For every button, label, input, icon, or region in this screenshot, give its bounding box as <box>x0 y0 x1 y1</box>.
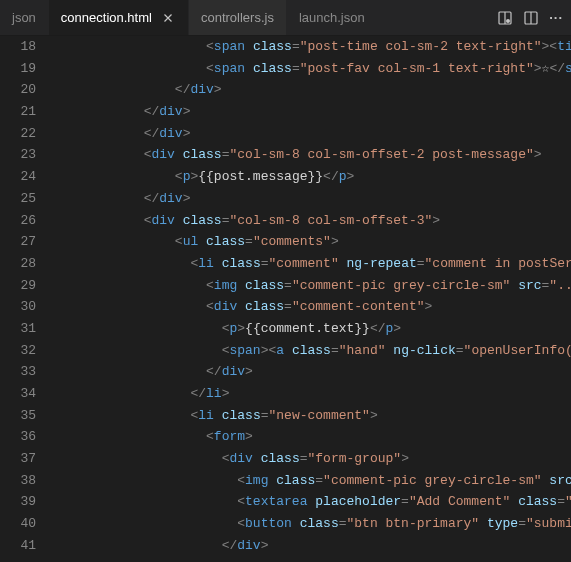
code-line[interactable]: <div class="col-sm-8 col-sm-offset-3"> <box>50 210 571 232</box>
line-number: 23 <box>0 144 36 166</box>
code-line[interactable]: <div class="col-sm-8 col-sm-offset-2 pos… <box>50 144 571 166</box>
line-number: 37 <box>0 448 36 470</box>
tab-label: launch.json <box>299 10 365 25</box>
tab-json[interactable]: json <box>0 0 49 35</box>
code-line[interactable]: <ul class="comments"> <box>50 231 571 253</box>
line-number: 24 <box>0 166 36 188</box>
line-number: 33 <box>0 361 36 383</box>
line-number: 38 <box>0 470 36 492</box>
code-editor[interactable]: 1819202122232425262728293031323334353637… <box>0 36 571 562</box>
line-number: 32 <box>0 340 36 362</box>
line-number: 39 <box>0 491 36 513</box>
editor-tabbar: json connection.html controllers.js laun… <box>0 0 571 36</box>
more-actions-icon[interactable]: ··· <box>549 10 563 25</box>
code-line[interactable]: <textarea placeholder="Add Comment" clas… <box>50 491 571 513</box>
tab-connection-html[interactable]: connection.html <box>49 0 189 35</box>
code-line[interactable]: </div> <box>50 123 571 145</box>
tab-controllers-js[interactable]: controllers.js <box>189 0 287 35</box>
line-number: 26 <box>0 210 36 232</box>
line-number: 40 <box>0 513 36 535</box>
code-line[interactable]: <span class="post-time col-sm-2 text-rig… <box>50 36 571 58</box>
line-number-gutter: 1819202122232425262728293031323334353637… <box>0 36 50 562</box>
svg-point-1 <box>506 19 510 23</box>
code-line[interactable]: <p>{{comment.text}}</p> <box>50 318 571 340</box>
line-number: 36 <box>0 426 36 448</box>
line-number: 31 <box>0 318 36 340</box>
code-line[interactable]: </div> <box>50 535 571 557</box>
line-number: 34 <box>0 383 36 405</box>
code-line[interactable]: <div class="comment-content"> <box>50 296 571 318</box>
line-number: 29 <box>0 275 36 297</box>
code-line[interactable]: </div> <box>50 188 571 210</box>
line-number: 20 <box>0 79 36 101</box>
tab-label: connection.html <box>61 10 152 25</box>
tabbar-spacer <box>378 0 489 35</box>
line-number: 35 <box>0 405 36 427</box>
tab-actions: ··· <box>489 0 571 35</box>
code-line[interactable]: <div class="form-group"> <box>50 448 571 470</box>
code-line[interactable]: <span><a class="hand" ng-click="openUser… <box>50 340 571 362</box>
code-line[interactable]: </li> <box>50 383 571 405</box>
preview-icon[interactable] <box>497 10 513 26</box>
code-line[interactable]: <img class="comment-pic grey-circle-sm" … <box>50 470 571 492</box>
code-line[interactable]: <li class="comment" ng-repeat="comment i… <box>50 253 571 275</box>
line-number: 27 <box>0 231 36 253</box>
line-number: 22 <box>0 123 36 145</box>
code-line[interactable]: <p>{{post.message}}</p> <box>50 166 571 188</box>
line-number: 41 <box>0 535 36 557</box>
code-line[interactable]: </div> <box>50 361 571 383</box>
tab-launch-json[interactable]: launch.json <box>287 0 378 35</box>
code-content[interactable]: <span class="post-time col-sm-2 text-rig… <box>50 36 571 562</box>
code-line[interactable]: <form> <box>50 426 571 448</box>
code-line[interactable]: </div> <box>50 101 571 123</box>
line-number: 25 <box>0 188 36 210</box>
line-number: 21 <box>0 101 36 123</box>
code-line[interactable]: <span class="post-fav col-sm-1 text-righ… <box>50 58 571 80</box>
line-number: 28 <box>0 253 36 275</box>
line-number: 19 <box>0 58 36 80</box>
line-number: 30 <box>0 296 36 318</box>
tab-label: controllers.js <box>201 10 274 25</box>
code-line[interactable]: <li class="new-comment"> <box>50 405 571 427</box>
tab-label: json <box>12 10 36 25</box>
split-editor-icon[interactable] <box>523 10 539 26</box>
line-number: 18 <box>0 36 36 58</box>
close-icon[interactable] <box>160 10 176 26</box>
code-line[interactable]: <button class="btn btn-primary" type="su… <box>50 513 571 535</box>
code-line[interactable]: </div> <box>50 79 571 101</box>
code-line[interactable]: <img class="comment-pic grey-circle-sm" … <box>50 275 571 297</box>
